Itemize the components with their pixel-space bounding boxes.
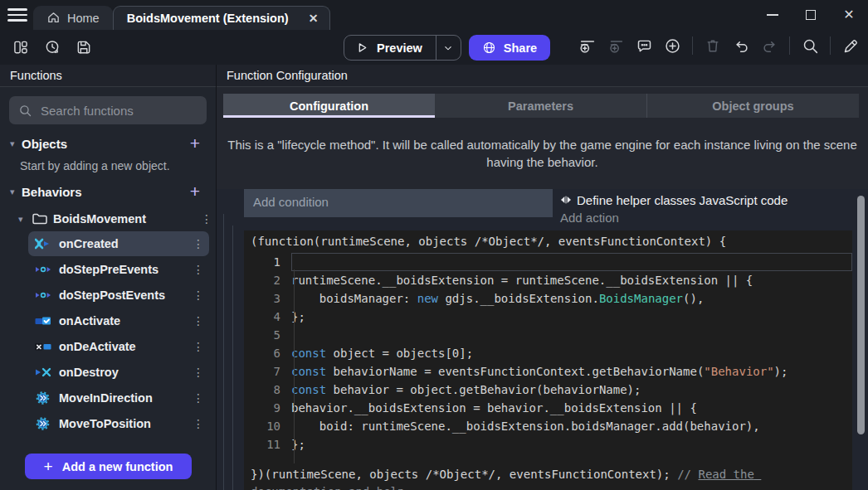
line-number: 6: [244, 344, 280, 362]
tree-item-oncreated[interactable]: onCreated ⋮: [28, 231, 209, 256]
tab-object-groups[interactable]: Object groups: [647, 94, 859, 118]
kebab-menu-icon[interactable]: ⋮: [197, 212, 216, 226]
tree-item-moveindirection[interactable]: MoveInDirection ⋮: [28, 386, 209, 410]
events-sheet: Add condition Define helper classes Java…: [217, 189, 868, 490]
tree-item-label: onDeActivate: [59, 340, 189, 353]
kebab-menu-icon[interactable]: ⋮: [189, 289, 207, 302]
choose-add-icon[interactable]: [661, 35, 683, 56]
toolbar-left: [10, 36, 95, 58]
minimize-button[interactable]: [753, 1, 792, 29]
code-icon: [559, 194, 573, 206]
line-content: [291, 253, 852, 271]
code-line[interactable]: 7const behaviorName = eventsFunctionCont…: [244, 362, 852, 381]
tree-item-dostepprevents[interactable]: doStepPreEvents ⋮: [28, 257, 209, 282]
search-events-icon[interactable]: [799, 35, 821, 56]
tree-item-onactivate[interactable]: onActivate ⋮: [28, 308, 209, 333]
tab-configuration[interactable]: Configuration: [223, 94, 435, 118]
behaviors-collapse-icon[interactable]: ▾: [10, 187, 22, 197]
code-line[interactable]: 6const object = objects[0];: [244, 344, 852, 362]
window-tabstrip: Home BoidsMovement (Extension) ✕: [33, 6, 330, 30]
share-label: Share: [504, 41, 537, 55]
add-action-button[interactable]: Add action: [559, 211, 868, 229]
code-line[interactable]: 4};: [244, 308, 852, 326]
line-content: boidsManager: new gdjs.__boidsExtension.…: [291, 289, 852, 308]
chevron-down-icon: [442, 42, 454, 54]
save-icon[interactable]: [73, 36, 95, 58]
main-menu-icon[interactable]: [7, 6, 27, 24]
objects-collapse-icon[interactable]: ▾: [10, 138, 22, 149]
close-button[interactable]: ✕: [830, 1, 868, 29]
kebab-menu-icon[interactable]: ⋮: [189, 340, 207, 353]
search-functions-box[interactable]: [9, 96, 207, 124]
code-footer-text: })(runtimeScene, objects /*Object*/, eve…: [251, 468, 677, 481]
add-comment-icon[interactable]: [633, 35, 655, 56]
js-code-editor[interactable]: (function(runtimeScene, objects /*Object…: [244, 230, 852, 490]
tree-item-movetoposition[interactable]: MoveToPosition ⋮: [28, 411, 209, 436]
onactivate-icon: [35, 314, 51, 327]
event-indent-guide: [223, 214, 224, 490]
line-content: const object = objects[0];: [291, 344, 852, 362]
sidebar-title: Functions: [0, 65, 216, 87]
delete-icon[interactable]: [702, 35, 724, 56]
code-line[interactable]: 10 boid: runtimeScene.__boidsExtension.b…: [244, 417, 852, 435]
tree-item-label: doStepPreEvents: [59, 263, 189, 276]
edit-extension-icon[interactable]: [840, 35, 861, 56]
code-line[interactable]: 3 boidsManager: new gdjs.__boidsExtensio…: [244, 289, 852, 308]
history-icon[interactable]: [41, 36, 63, 58]
objects-section-header: ▾ Objects +: [0, 131, 216, 156]
code-line[interactable]: 8const behavior = object.getBehavior(beh…: [244, 381, 852, 399]
tree-item-dosteppostevents[interactable]: doStepPostEvents ⋮: [28, 283, 209, 308]
add-new-function-button[interactable]: + Add a new function: [25, 454, 192, 479]
tab-parameters[interactable]: Parameters: [435, 94, 647, 118]
line-number: 3: [244, 289, 280, 308]
preview-label: Preview: [377, 41, 422, 55]
kebab-menu-icon[interactable]: ⋮: [189, 263, 207, 276]
redo-icon[interactable]: [758, 35, 780, 56]
line-number: 1: [244, 253, 280, 271]
kebab-menu-icon[interactable]: ⋮: [189, 366, 207, 379]
kebab-menu-icon[interactable]: ⋮: [189, 391, 207, 405]
share-button[interactable]: Share: [469, 35, 550, 61]
code-line[interactable]: 2runtimeScene.__boidsExtension = runtime…: [244, 271, 852, 289]
tab-close-icon[interactable]: ✕: [305, 11, 322, 26]
content-area: Functions ▾ Objects + Start by adding a …: [0, 65, 868, 490]
add-event-icon[interactable]: [577, 35, 598, 56]
add-condition-button[interactable]: Add condition: [244, 189, 553, 217]
dostep-icon: [35, 289, 51, 302]
gear-action-icon: [35, 391, 51, 405]
preview-button[interactable]: Preview: [344, 41, 436, 55]
maximize-button[interactable]: [792, 1, 830, 29]
search-functions-input[interactable]: [41, 104, 182, 118]
project-manager-icon[interactable]: [10, 36, 32, 58]
tab-extension[interactable]: BoidsMovement (Extension) ✕: [113, 6, 331, 30]
code-line[interactable]: 9behavior.__boidsExtension = behavior.__…: [244, 399, 852, 417]
undo-icon[interactable]: [730, 35, 752, 56]
kebab-menu-icon[interactable]: ⋮: [189, 417, 207, 430]
tree-group-boidsmovement[interactable]: ▾ BoidsMovement ⋮: [0, 207, 216, 230]
js-event-title[interactable]: Define helper classes JavaScript code: [559, 189, 868, 211]
tree-item-label: onDestroy: [59, 366, 189, 379]
add-object-icon[interactable]: +: [184, 133, 206, 153]
events-scrollbar[interactable]: [857, 196, 865, 434]
line-number: 8: [244, 381, 280, 399]
preview-options-button[interactable]: [436, 36, 461, 60]
gdevelop-window: Home BoidsMovement (Extension) ✕ ✕: [0, 0, 868, 490]
tree-item-ondestroy[interactable]: onDestroy ⋮: [28, 360, 209, 385]
code-line[interactable]: 11};: [244, 435, 852, 454]
tree-item-label: doStepPostEvents: [59, 289, 189, 302]
code-line[interactable]: 5: [244, 326, 852, 344]
group-collapse-icon[interactable]: ▾: [18, 214, 32, 225]
tab-home-label: Home: [67, 12, 100, 25]
objects-section-label: Objects: [22, 137, 184, 151]
code-line[interactable]: 1: [244, 253, 852, 271]
tab-home[interactable]: Home: [33, 6, 113, 30]
line-content: boid: runtimeScene.__boidsExtension.boid…: [291, 417, 852, 435]
add-subevent-icon[interactable]: [605, 35, 627, 56]
line-number: 7: [244, 362, 280, 381]
kebab-menu-icon[interactable]: ⋮: [189, 314, 207, 327]
kebab-menu-icon[interactable]: ⋮: [189, 237, 207, 250]
add-behavior-icon[interactable]: +: [184, 182, 206, 201]
tree-item-label: onActivate: [59, 314, 189, 327]
tree-item-ondeactivate[interactable]: onDeActivate ⋮: [28, 334, 209, 359]
functions-sidebar: Functions ▾ Objects + Start by adding a …: [0, 65, 217, 490]
